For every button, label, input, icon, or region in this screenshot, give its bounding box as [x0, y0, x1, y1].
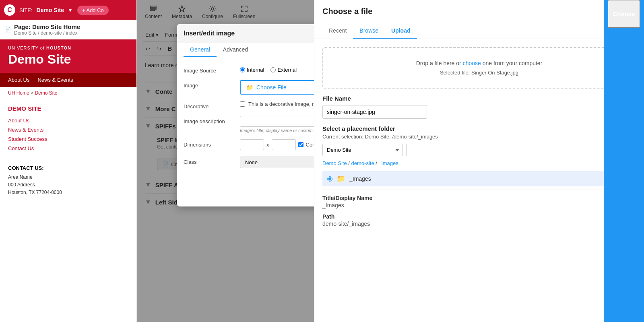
cms-breadcrumb-path: Demo Site / demo-site / index	[14, 30, 80, 36]
cms-add-button[interactable]: + Add Co	[77, 6, 109, 15]
file-tabs: Recent Browse Upload	[314, 23, 644, 39]
breadcrumb-images[interactable]: _images	[379, 160, 398, 166]
modal-tab-advanced[interactable]: Advanced	[217, 43, 254, 57]
image-label: Image	[184, 80, 236, 89]
folder-dropdown[interactable]: Demo Site	[322, 144, 403, 156]
dimensions-label: Dimensions	[184, 139, 236, 148]
breadcrumb-sep1: /	[348, 160, 350, 166]
modal-tab-general[interactable]: General	[184, 43, 217, 57]
external-radio[interactable]: External	[270, 67, 297, 73]
internal-radio[interactable]: Internal	[240, 67, 264, 73]
modal-title: Insert/edit image	[184, 30, 235, 37]
uh-demosite-text: Demo Site	[8, 52, 128, 67]
decorative-checkbox[interactable]	[240, 101, 245, 107]
folder-name: _Images	[349, 175, 371, 182]
site-breadcrumb: UH Home > Demo Site	[0, 87, 136, 99]
cms-logo: C	[4, 4, 15, 16]
external-radio-input[interactable]	[270, 67, 276, 72]
folder-nav: Demo Site	[322, 144, 636, 156]
class-label: Class	[184, 157, 236, 165]
file-tab-upload[interactable]: Upload	[385, 23, 417, 39]
cms-page-title: Page: Demo Site Home	[14, 23, 80, 30]
cms-sidebar: C SITE: Demo Site ▾ + Add Co 📄 Page: Dem…	[0, 0, 137, 322]
placement-section: Select a placement folder Current select…	[322, 125, 636, 237]
cms-breadcrumb-bar: 📄 Page: Demo Site Home Demo Site / demo-…	[0, 20, 136, 39]
cms-logo-letter: C	[7, 6, 12, 14]
choose-link[interactable]: choose	[463, 60, 481, 66]
breadcrumb-demosite2[interactable]: demo-site	[351, 160, 374, 166]
placement-label: Select a placement folder	[322, 125, 636, 132]
site-left-nav: DEMO SITE About Us News & Events Student…	[0, 99, 136, 159]
file-panel-header: Choose a file Cancel	[314, 0, 644, 23]
cms-add-label: + Add Co	[82, 7, 104, 13]
file-tab-recent[interactable]: Recent	[322, 23, 353, 39]
file-panel: Choose a file Cancel Recent Browse Uploa…	[314, 0, 644, 322]
folder-radio[interactable]	[327, 176, 332, 182]
site-breadcrumb-home[interactable]: UH Home	[8, 90, 29, 96]
site-nav: About Us News & Events	[0, 73, 136, 87]
file-name-label: File Name	[322, 95, 636, 102]
title-display-value: _Images	[322, 202, 636, 208]
cms-site-dropdown-icon[interactable]: ▾	[69, 7, 72, 13]
contact-area: Area Name	[8, 173, 128, 181]
site-nav-item-success[interactable]: Student Success	[8, 134, 128, 144]
breadcrumb-demosite[interactable]: Demo Site	[322, 160, 347, 166]
page-icon: 📄	[4, 27, 11, 33]
folder-icon: 📁	[336, 174, 345, 183]
folder-search-input[interactable]	[406, 144, 636, 156]
site-nav-news[interactable]: News & Events	[37, 77, 73, 83]
drop-suffix: one from your computer	[483, 60, 543, 66]
current-selection: Current selection: Demo Site: /demo-site…	[322, 134, 636, 140]
cms-site-name: Demo Site	[37, 7, 64, 13]
uh-university-text: UNIVERSITY of HOUSTON	[8, 45, 128, 50]
contact-address: 000 Address	[8, 181, 128, 189]
file-name-section: File Name	[322, 95, 636, 119]
drop-text: Drop a file here or	[416, 60, 461, 66]
internal-label: Internal	[247, 67, 264, 73]
width-input[interactable]	[240, 139, 264, 150]
site-left-nav-title: DEMO SITE	[8, 105, 128, 112]
cms-topbar: C SITE: Demo Site ▾ + Add Co	[0, 0, 136, 20]
decorative-label: Decorative	[184, 101, 236, 109]
site-contact-text: Area Name 000 Address Houston, TX 77204-…	[8, 173, 128, 197]
choose-file-label: Choose File	[256, 84, 287, 91]
path-label: Path	[322, 213, 636, 220]
choose-file-icon: 📁	[246, 84, 253, 91]
file-tab-browse[interactable]: Browse	[353, 23, 385, 39]
drop-zone-text: Drop a file here or choose one from your…	[331, 60, 627, 66]
top-choose-button[interactable]: Choose	[608, 0, 640, 28]
site-nav-item-contact[interactable]: Contact Us	[8, 144, 128, 153]
contact-city: Houston, TX 77204-0000	[8, 189, 128, 196]
site-nav-about[interactable]: About Us	[8, 77, 29, 83]
uh-logo-area: UNIVERSITY of HOUSTON Demo Site	[0, 39, 136, 73]
drop-zone[interactable]: Drop a file here or choose one from your…	[322, 47, 636, 89]
internal-radio-input[interactable]	[240, 67, 245, 72]
height-input[interactable]	[272, 139, 296, 150]
selected-file-text: Selected file: Singer On Stage.jpg	[331, 70, 627, 76]
site-contact-title: CONTACT US:	[8, 165, 128, 171]
description-label: Image description	[184, 116, 236, 124]
constrain-checkbox[interactable]	[298, 142, 303, 147]
site-nav-item-about[interactable]: About Us	[8, 116, 128, 125]
dim-x-label: x	[266, 142, 269, 148]
file-body: Drop a file here or choose one from your…	[314, 39, 644, 322]
top-choose-area: Choose	[604, 0, 644, 322]
breadcrumb-sep2: /	[376, 160, 377, 166]
image-source-label: Image Source	[184, 65, 236, 74]
site-contact: CONTACT US: Area Name 000 Address Housto…	[0, 159, 136, 203]
path-value: demo-site/_images	[322, 221, 636, 227]
site-breadcrumb-demo[interactable]: Demo Site	[35, 90, 57, 96]
title-display-label: Title/Display Name	[322, 195, 636, 201]
cms-site-label: SITE:	[19, 7, 33, 13]
folder-item[interactable]: 📁 _Images	[322, 171, 636, 186]
folder-details: Title/Display Name _Images Path demo-sit…	[322, 190, 636, 237]
file-name-input[interactable]	[322, 105, 427, 119]
external-label: External	[277, 67, 297, 73]
site-nav-item-news[interactable]: News & Events	[8, 125, 128, 134]
breadcrumb-path: Demo Site / demo-site / _images	[322, 160, 636, 166]
file-panel-title: Choose a file	[322, 7, 606, 16]
